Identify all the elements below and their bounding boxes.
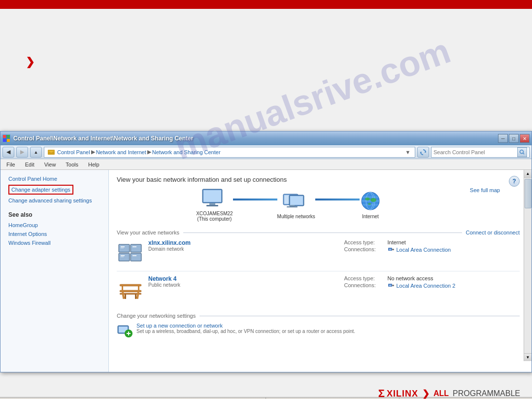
title-bar: Control Panel\Network and Internet\Netwo… [0,132,532,145]
svg-rect-16 [290,205,295,206]
address-icon [47,148,55,156]
scrollbar-up-button[interactable]: ▲ [524,170,532,178]
domain-network-name[interactable]: xlnx.xilinx.com [148,239,324,246]
svg-rect-29 [121,248,124,248]
settings-divider [200,316,520,316]
sidebar-windows-firewall[interactable]: Windows Firewall [8,240,100,246]
xilinx-text: XILINX [387,389,418,399]
network-node-switch: Multiple networks [277,190,315,219]
address-path: Control Panel ▶ Network and Internet ▶ N… [57,149,221,155]
path-network-sharing[interactable]: Network and Sharing Center [152,149,221,155]
maximize-button[interactable]: □ [509,134,519,143]
scrollbar: ▲ ▼ [524,170,532,361]
chevron-logo-icon: ❯ [422,388,430,399]
network-line-2 [315,199,360,200]
up-button[interactable]: ▲ [30,147,42,158]
menu-view[interactable]: View [42,161,58,168]
domain-network-type: Domain network [148,246,324,252]
active-networks-header: View your active networks Connect or dis… [117,230,520,235]
see-full-map-link[interactable]: See full map [470,187,500,193]
minimize-button[interactable]: ─ [498,134,508,143]
network-line-1 [233,199,277,200]
public-network-icon [117,275,144,303]
svg-point-6 [520,150,524,153]
sidebar-homegroup[interactable]: HomeGroup [8,222,100,228]
domain-network-info: xlnx.xilinx.com Domain network [144,239,324,252]
svg-rect-32 [121,255,125,256]
connect-disconnect-link[interactable]: Connect or disconnect [466,230,520,235]
domain-network-icon [117,239,144,267]
menu-tools[interactable]: Tools [64,161,80,168]
svg-rect-54 [392,285,394,286]
xilinx-footer: Σ XILINX ❯ ALL PROGRAMMABLE [378,387,520,399]
content-heading: View your basic network information and … [117,176,520,183]
local-area-connection2-link[interactable]: Local Area Connection 2 [388,282,456,289]
svg-line-7 [523,153,525,154]
svg-rect-53 [389,285,391,286]
public-network-name[interactable]: Network 4 [148,275,324,282]
svg-point-23 [365,198,370,200]
forward-button[interactable]: ▶ [16,147,28,158]
back-button[interactable]: ◀ [2,147,14,158]
path-control-panel[interactable]: Control Panel [57,149,90,155]
network-node-computer: XCOJAMESM22(This computer) [196,187,233,222]
help-button[interactable]: ? [509,176,520,187]
svg-rect-28 [121,246,125,247]
programmable-text: PROGRAMMABLE [453,389,520,398]
connection2-icon [388,282,395,289]
path-network-internet[interactable]: Network and Internet [96,149,146,155]
svg-rect-39 [133,255,136,256]
window-buttons: ─ □ ✕ [498,134,530,143]
public-access-value: No network access [388,275,433,281]
search-button[interactable] [517,147,527,157]
svg-rect-10 [209,203,215,205]
internet-label: Internet [362,214,379,219]
main-content: Control Panel Home Change adapter settin… [0,170,532,372]
scrollbar-down-button[interactable]: ▼ [524,353,532,361]
refresh-button[interactable] [417,147,429,158]
svg-rect-9 [203,190,221,202]
address-dropdown[interactable]: ▼ [404,148,412,156]
change-networking-header: Change your networking settings [117,313,520,319]
settings-item-new-connection: Set up a new connection or network Set u… [117,323,520,338]
local-area-connection-link[interactable]: Local Area Connection [388,246,451,253]
public-network-info: Network 4 Public network [144,275,324,288]
window-title: Control Panel\Network and Internet\Netwo… [13,135,193,142]
search-box[interactable] [431,147,530,158]
network-entry-public: Network 4 Public network Access type: No… [117,275,520,307]
svg-rect-59 [128,332,129,335]
scrollbar-thumb[interactable] [525,179,532,208]
sidebar-internet-options[interactable]: Internet Options [8,231,100,237]
svg-rect-46 [136,292,139,299]
network-map: See full map XCOJAMESM22(This computer) [117,187,520,222]
window-icon [2,134,10,142]
menu-edit[interactable]: Edit [23,161,36,168]
menu-file[interactable]: File [4,161,17,168]
section-divider [183,233,462,233]
svg-rect-15 [290,196,303,205]
svg-rect-41 [389,249,391,250]
change-networking-label: Change your networking settings [117,313,196,319]
slide-background: ❯ manualsrive.com Control Panel\Network … [0,9,532,399]
search-input[interactable] [433,149,515,155]
svg-point-24 [370,198,376,202]
sidebar-change-sharing[interactable]: Change advanced sharing settings [8,198,100,203]
new-connection-icon [117,323,133,338]
menu-help[interactable]: Help [86,161,101,168]
chevron-icon: ❯ [26,56,34,68]
svg-rect-0 [3,135,6,138]
domain-access-type: Access type: Internet [344,239,520,245]
address-box[interactable]: Control Panel ▶ Network and Internet ▶ N… [44,147,415,158]
public-connections-label: Connections: [344,282,384,289]
svg-rect-1 [7,135,10,138]
new-connection-link[interactable]: Set up a new connection or network [136,323,355,329]
domain-icon [117,239,144,267]
sidebar-change-adapter[interactable]: Change adapter settings [8,185,73,195]
globe-icon [360,190,381,212]
public-network-details: Access type: No network access Connectio… [336,275,520,290]
close-button[interactable]: ✕ [520,134,530,143]
sidebar-control-panel-home[interactable]: Control Panel Home [8,176,100,182]
see-also-section: See also HomeGroup Internet Options Wind… [8,211,100,246]
svg-point-25 [368,203,371,205]
public-access-label: Access type: [344,275,384,281]
